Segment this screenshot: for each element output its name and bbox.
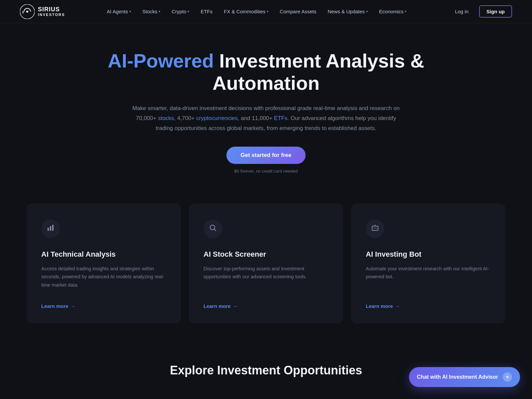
hero-section: AI-Powered Investment Analysis & Automat… [0, 23, 532, 194]
card-investing-bot: AI Investing Bot Automate your investmen… [351, 203, 505, 324]
card-link-3[interactable]: Learn more → [366, 303, 491, 309]
logo-icon: S [20, 4, 35, 19]
card-stock-screener: AI Stock Screener Discover top-performin… [189, 203, 343, 324]
arrow-right-icon: → [70, 303, 75, 309]
svg-text:S: S [22, 11, 24, 14]
card-title-1: AI Technical Analysis [41, 250, 166, 259]
etf-link[interactable]: ETFs [274, 115, 288, 121]
chevron-down-icon: ▾ [267, 10, 268, 13]
nav-item-economics[interactable]: Economics ▾ [374, 6, 411, 17]
svg-rect-3 [48, 228, 49, 231]
chevron-down-icon: ▾ [188, 10, 189, 13]
nav-item-crypto[interactable]: Crypto ▾ [167, 6, 194, 17]
card-technical-analysis: AI Technical Analysis Access detailed tr… [27, 203, 181, 324]
chat-plus-icon: + [503, 372, 512, 382]
card-desc-3: Automate your investment research with o… [366, 265, 491, 289]
nav-item-ai-agents[interactable]: AI Agents ▾ [102, 6, 136, 17]
chat-label: Chat with AI Investment Advisor [417, 374, 498, 380]
logo[interactable]: S SIRIUS INVESTORS [20, 4, 65, 19]
arrow-right-icon: → [395, 303, 400, 309]
logo-text: SIRIUS INVESTORS [38, 6, 65, 17]
arrow-right-icon: → [233, 303, 238, 309]
svg-line-7 [214, 229, 216, 231]
nav-auth: Log in Sign up [448, 5, 512, 18]
chevron-down-icon: ▾ [366, 10, 368, 13]
card-desc-1: Access detailed trading insights and str… [41, 265, 166, 289]
card-icon-wrap-3 [366, 219, 384, 238]
crypto-link[interactable]: cryptocurrencies [196, 115, 238, 121]
cta-button[interactable]: Get started for free [226, 147, 305, 164]
svg-rect-8 [372, 226, 378, 230]
svg-rect-4 [50, 226, 51, 231]
hero-note: $0 forever, no credit card needed [234, 169, 298, 174]
login-button[interactable]: Log in [448, 6, 475, 17]
svg-rect-5 [52, 225, 54, 231]
card-link-1[interactable]: Learn more → [41, 303, 166, 309]
nav-item-compare[interactable]: Compare Assets [275, 6, 321, 17]
search-icon [209, 224, 217, 234]
card-desc-2: Discover top-performing assets and inves… [203, 265, 329, 289]
card-title-2: AI Stock Screener [203, 250, 329, 259]
nav-item-etfs[interactable]: ETFs [196, 6, 217, 17]
nav-item-news[interactable]: News & Updates ▾ [323, 6, 372, 17]
cards-grid: AI Technical Analysis Access detailed tr… [27, 203, 505, 324]
nav-item-fx[interactable]: FX & Commodities ▾ [219, 6, 273, 17]
stocks-link[interactable]: stocks [158, 115, 174, 121]
chat-widget[interactable]: Chat with AI Investment Advisor + [409, 367, 520, 387]
feature-cards-section: AI Technical Analysis Access detailed tr… [0, 194, 532, 343]
card-link-2[interactable]: Learn more → [203, 303, 329, 309]
svg-point-1 [26, 11, 28, 13]
card-title-3: AI Investing Bot [366, 250, 491, 259]
card-icon-wrap-1 [41, 219, 60, 238]
hero-subtitle: Make smarter, data-driven investment dec… [130, 103, 402, 133]
svg-point-12 [375, 224, 375, 225]
card-icon-wrap-2 [203, 219, 222, 238]
signup-button[interactable]: Sign up [479, 5, 512, 18]
navbar: S SIRIUS INVESTORS AI Agents ▾ Stocks ▾ … [0, 0, 532, 23]
nav-links: AI Agents ▾ Stocks ▾ Crypto ▾ ETFs FX & … [102, 6, 411, 17]
bar-chart-icon [47, 224, 55, 234]
chevron-down-icon: ▾ [405, 10, 406, 13]
nav-item-stocks[interactable]: Stocks ▾ [138, 6, 165, 17]
hero-title: AI-Powered Investment Analysis & Automat… [66, 50, 466, 94]
svg-point-9 [374, 227, 375, 228]
chevron-down-icon: ▾ [159, 10, 160, 13]
bot-icon [371, 224, 379, 234]
svg-point-10 [376, 227, 377, 228]
chevron-down-icon: ▾ [129, 10, 131, 13]
